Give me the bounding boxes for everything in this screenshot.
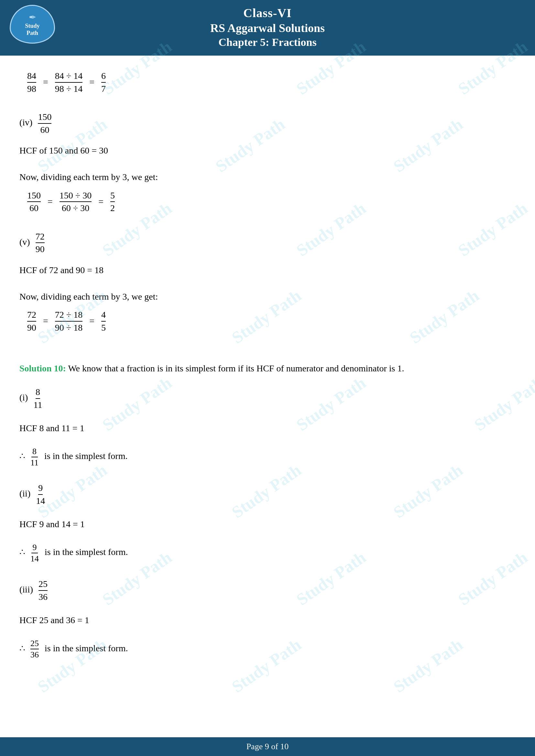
part-iii-block: (iii) 25 36 HCF 25 and 36 = 1 ∴ 25 36 is… (19, 579, 516, 660)
dividing-text-iv: Now, dividing each term by 3, we get: (19, 169, 516, 185)
page-number: Page 9 of 10 (246, 742, 289, 751)
therefore-9-14: ∴ 9 14 is in the simplest form. (19, 542, 516, 564)
frac-9-14-inline: 9 14 (30, 542, 39, 564)
part-iv-header: (iv) 150 60 (19, 112, 516, 135)
frac-25-36-inline: 25 36 (30, 638, 39, 660)
frac-150div30-60div30: 150 ÷ 30 60 ÷ 30 (60, 190, 92, 214)
header-title-line2: RS Aggarwal Solutions (7, 21, 528, 35)
pen-icon: ✒ (29, 12, 36, 23)
part-v-header: (v) 72 90 (19, 231, 516, 255)
fraction-84-98-block: 84 98 = 84 ÷ 14 98 ÷ 14 = 6 7 (26, 70, 516, 94)
part-iii-header: (iii) 25 36 (19, 579, 516, 602)
frac-72-90: 72 90 (27, 309, 36, 333)
frac-8-11-display: 8 11 (33, 387, 42, 410)
part-i-block: (i) 8 11 HCF 8 and 11 = 1 ∴ 8 11 is in t… (19, 387, 516, 468)
hcf-150-60: HCF of 150 and 60 = 30 (19, 143, 516, 158)
dividing-text-v: Now, dividing each term by 3, we get: (19, 289, 516, 305)
frac-72div18-90div18: 72 ÷ 18 90 ÷ 18 (55, 309, 82, 333)
gap-6 (19, 566, 516, 576)
frac-84-98: 84 98 (27, 70, 36, 94)
gap-5 (19, 470, 516, 480)
main-content: 84 98 = 84 ÷ 14 98 ÷ 14 = 6 7 (iv) (0, 56, 535, 682)
frac-25-36-display: 25 36 (39, 579, 47, 602)
frac-9-14-display: 9 14 (36, 483, 45, 506)
footer: Page 9 of 10 (0, 737, 535, 756)
frac-5-2: 5 2 (110, 190, 115, 214)
solution-10-intro: Solution 10: We know that a fraction is … (19, 361, 516, 376)
frac-8-11-inline: 8 11 (30, 446, 39, 468)
part-v-block: (v) 72 90 HCF of 72 and 90 = 18 Now, div… (19, 231, 516, 333)
header-title-line3: Chapter 5: Fractions (7, 36, 528, 48)
hcf-72-90: HCF of 72 and 90 = 18 (19, 262, 516, 278)
therefore-25-36: ∴ 25 36 is in the simplest form. (19, 638, 516, 660)
frac-150-60-eq-block: 150 60 = 150 ÷ 30 60 ÷ 30 = 5 2 (26, 190, 516, 214)
hcf-9-14: HCF 9 and 14 = 1 (19, 517, 516, 532)
fraction-84-98-eq: 84 98 = 84 ÷ 14 98 ÷ 14 = 6 7 (26, 70, 516, 94)
gap-4 (19, 348, 516, 358)
frac-150-60-display: 150 60 (38, 112, 51, 135)
logo: ✒ Study Path (7, 3, 58, 45)
hcf-8-11: HCF 8 and 11 = 1 (19, 420, 516, 436)
solution-10-block: Solution 10: We know that a fraction is … (19, 361, 516, 660)
frac-72-90-eq-block: 72 90 = 72 ÷ 18 90 ÷ 18 = 4 5 (26, 309, 516, 333)
header-title-line1: Class-VI (7, 6, 528, 20)
gap-1 (19, 99, 516, 109)
therefore-8-11: ∴ 8 11 is in the simplest form. (19, 446, 516, 468)
hcf-25-36: HCF 25 and 36 = 1 (19, 612, 516, 628)
header: ✒ Study Path Class-VI RS Aggarwal Soluti… (0, 0, 535, 56)
page-wrapper: ✒ Study Path Class-VI RS Aggarwal Soluti… (0, 0, 535, 756)
frac-72-90-display: 72 90 (36, 231, 44, 255)
frac-150-60: 150 60 (27, 190, 41, 214)
part-ii-header: (ii) 9 14 (19, 483, 516, 506)
frac-84-div-98-div: 84 ÷ 14 98 ÷ 14 (55, 70, 82, 94)
logo-circle: ✒ Study Path (10, 5, 55, 44)
frac-4-5: 4 5 (101, 309, 106, 333)
frac-6-7: 6 7 (101, 70, 106, 94)
gap-2 (19, 219, 516, 229)
part-i-header: (i) 8 11 (19, 387, 516, 410)
gap-3 (19, 338, 516, 348)
part-iv-block: (iv) 150 60 HCF of 150 and 60 = 30 Now, … (19, 112, 516, 214)
logo-text: Study Path (25, 23, 40, 37)
part-ii-block: (ii) 9 14 HCF 9 and 14 = 1 ∴ 9 14 is in … (19, 483, 516, 564)
